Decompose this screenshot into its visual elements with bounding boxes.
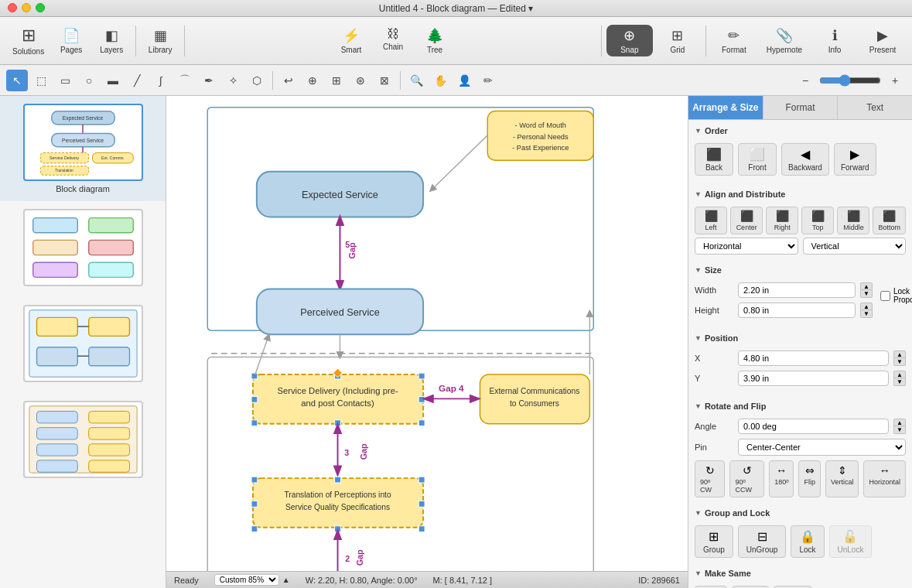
- btn-group[interactable]: ⊞ Group: [695, 525, 733, 558]
- tool-shape[interactable]: ⬡: [246, 70, 268, 91]
- tool-eyedrop[interactable]: ✏: [477, 70, 499, 91]
- sidebar-page-1[interactable]: Expected Service Perceived Service Servi…: [0, 96, 166, 201]
- width-down[interactable]: ▼: [860, 290, 873, 298]
- btn-lock[interactable]: 🔒 Lock: [791, 525, 824, 558]
- tool-copy[interactable]: ⊞: [326, 70, 347, 91]
- tool-bezier[interactable]: ⌒: [174, 70, 196, 91]
- btn-rotate-180[interactable]: ↔ 180º: [769, 460, 794, 497]
- angle-up[interactable]: ▲: [893, 419, 906, 426]
- traffic-lights[interactable]: [8, 3, 45, 12]
- y-input[interactable]: [738, 371, 889, 386]
- btn-rotate-ccw[interactable]: ↺ 90º CCW: [729, 460, 764, 497]
- btn-align-bottom[interactable]: ⬛ Bottom: [873, 207, 906, 234]
- btn-front[interactable]: ⬜ Front: [738, 143, 777, 176]
- angle-down[interactable]: ▼: [893, 426, 906, 434]
- tool-multi[interactable]: ⊕: [302, 70, 323, 91]
- toolbar-hypernote[interactable]: 📎 Hypernote: [759, 24, 810, 57]
- width-input[interactable]: [738, 282, 856, 298]
- tool-link[interactable]: ⊛: [350, 70, 371, 91]
- btn-forward[interactable]: ▶ Forward: [834, 143, 876, 176]
- section-rotate-header[interactable]: ▼ Rotate and Flip: [695, 402, 906, 411]
- toolbar-info[interactable]: ℹ Info: [811, 24, 858, 57]
- tool-rect-select[interactable]: ⬚: [30, 70, 52, 91]
- sidebar-page-4[interactable]: [0, 393, 166, 489]
- height-input[interactable]: [738, 303, 856, 318]
- tool-stamp[interactable]: 👤: [453, 70, 475, 91]
- canvas-area[interactable]: - Word of Mouth - Personal Needs - Past …: [166, 96, 688, 588]
- zoom-in-btn[interactable]: +: [884, 70, 906, 91]
- tool-pan[interactable]: ✋: [429, 70, 451, 91]
- toolbar-snap[interactable]: ⊕ Snap: [606, 25, 653, 56]
- angle-input[interactable]: [738, 419, 889, 434]
- width-up[interactable]: ▲: [860, 282, 873, 290]
- height-down[interactable]: ▼: [860, 310, 873, 318]
- section-order-header[interactable]: ▼ Order: [695, 126, 906, 135]
- section-order-arrow: ▼: [695, 127, 702, 135]
- tool-cursor[interactable]: ↖: [6, 70, 28, 91]
- y-up[interactable]: ▲: [893, 371, 906, 378]
- zoom-slider[interactable]: [819, 74, 881, 87]
- sidebar-page-3[interactable]: [0, 297, 166, 393]
- toolbar-smart[interactable]: ⚡ Smart: [332, 24, 371, 57]
- toolbar-pages[interactable]: 📄 Pages: [52, 24, 91, 57]
- tool-edit[interactable]: ⟡: [222, 70, 244, 91]
- btn-flip[interactable]: ⇔ Flip: [798, 460, 821, 497]
- section-makesame-header[interactable]: ▼ Make Same: [695, 569, 906, 578]
- minimize-btn[interactable]: [22, 3, 31, 12]
- tool-text[interactable]: ▬: [102, 70, 124, 91]
- tool-line[interactable]: ╱: [126, 70, 148, 91]
- toolbar-library[interactable]: ▦ Library: [141, 24, 179, 57]
- btn-align-center[interactable]: ⬛ Center: [730, 207, 763, 234]
- tab-arrange[interactable]: Arrange & Size: [688, 96, 763, 119]
- btn-rotate-cw[interactable]: ↻ 90º CW: [695, 460, 725, 497]
- zoom-out-btn[interactable]: −: [794, 70, 816, 91]
- status-zoom-area[interactable]: Custom 85% 50% 75% 100% 125% 150% ▲: [214, 574, 290, 586]
- tool-node[interactable]: ⊠: [374, 70, 395, 91]
- btn-back[interactable]: ⬛ Back: [695, 143, 733, 176]
- toolbar-layers[interactable]: ◧ Layers: [92, 24, 131, 57]
- toolbar-format[interactable]: ✏ Format: [711, 24, 757, 57]
- y-down[interactable]: ▼: [893, 378, 906, 386]
- btn-align-left[interactable]: ⬛ Left: [695, 207, 727, 234]
- tool-undo[interactable]: ↩: [278, 70, 299, 91]
- btn-backward[interactable]: ◀ Backward: [781, 143, 829, 176]
- zoom-stepper-up[interactable]: ▲: [282, 576, 290, 584]
- lock-proportions[interactable]: Lock Proportions: [880, 287, 912, 304]
- height-up[interactable]: ▲: [860, 303, 873, 310]
- maximize-btn[interactable]: [36, 3, 45, 12]
- section-align-header[interactable]: ▼ Align and Distribute: [695, 190, 906, 199]
- section-group-header[interactable]: ▼ Group and Lock: [695, 508, 906, 518]
- toolbar-chain[interactable]: ⛓ Chain: [374, 24, 412, 57]
- lock-checkbox[interactable]: [880, 291, 890, 301]
- sidebar-page-2[interactable]: [0, 201, 166, 297]
- btn-align-top[interactable]: ⬛ Top: [801, 207, 834, 234]
- horizontal-select[interactable]: Horizontal Vertical: [695, 238, 798, 255]
- tab-format[interactable]: Format: [763, 96, 839, 119]
- btn-align-right[interactable]: ⬛ Right: [766, 207, 798, 234]
- toolbar-grid[interactable]: ⊞ Grid: [654, 24, 701, 57]
- tool-pen[interactable]: ✒: [198, 70, 220, 91]
- x-up[interactable]: ▲: [893, 350, 906, 358]
- tool-curve[interactable]: ∫: [150, 70, 172, 91]
- vertical-select[interactable]: Vertical Horizontal: [803, 238, 907, 255]
- tab-text[interactable]: Text: [838, 96, 912, 119]
- tool-search[interactable]: 🔍: [405, 70, 427, 91]
- toolbar-present[interactable]: ▶ Present: [859, 24, 906, 57]
- pin-select[interactable]: Center-Center Top-Left Top-Right Bottom-…: [738, 439, 906, 456]
- toolbar-solutions[interactable]: ⊞ Solutions: [6, 22, 50, 59]
- rotate-ccw-label: 90º CCW: [735, 478, 759, 494]
- x-down[interactable]: ▼: [893, 358, 906, 366]
- btn-ungroup[interactable]: ⊟ UnGroup: [738, 525, 787, 558]
- btn-flip-v[interactable]: ⇕ Vertical: [825, 460, 859, 497]
- zoom-select[interactable]: Custom 85% 50% 75% 100% 125% 150%: [214, 574, 279, 586]
- toolbar-tree[interactable]: 🌲 Tree: [415, 24, 454, 57]
- tool-rect[interactable]: ▭: [54, 70, 76, 91]
- x-input[interactable]: [738, 350, 889, 366]
- btn-flip-h[interactable]: ↔ Horizontal: [863, 460, 906, 497]
- btn-align-middle[interactable]: ⬛ Middle: [837, 207, 869, 234]
- close-btn[interactable]: [8, 3, 17, 12]
- tool-circle[interactable]: ○: [78, 70, 100, 91]
- section-position-header[interactable]: ▼ Position: [695, 333, 906, 343]
- btn-unlock[interactable]: 🔓 UnLock: [829, 525, 873, 558]
- section-size-header[interactable]: ▼ Size: [695, 265, 906, 275]
